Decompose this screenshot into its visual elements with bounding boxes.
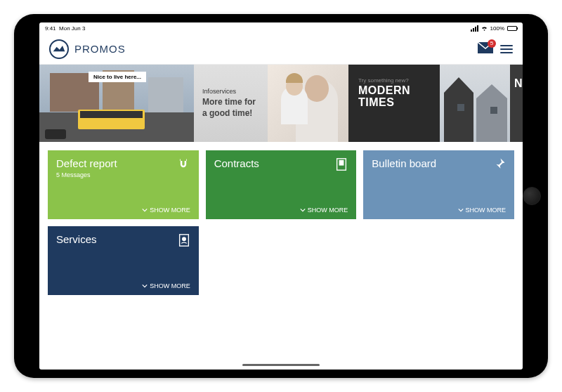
pin-icon [493,157,506,173]
header-actions: 5 [478,42,513,56]
mail-button[interactable]: 5 [478,42,493,56]
show-more-button[interactable]: SHOW MORE [142,282,190,289]
menu-button[interactable] [500,45,513,53]
carousel-item-modern[interactable]: Try something new? MODERNTIMES [348,65,510,142]
tile-title: Bulletin board [372,157,506,169]
battery-icon [507,26,517,31]
home-indicator[interactable] [242,364,320,366]
carousel-item-city[interactable]: Nice to live here... [39,65,194,142]
battery-percent: 100% [490,25,504,32]
tile-subtitle: 5 Messages [56,171,190,178]
svg-point-4 [182,237,185,241]
tile-title: Contracts [214,157,348,169]
carousel-item-infoservices[interactable]: Infoservices More time fora good time! [194,65,348,142]
status-bar: 9:41 Mon Jun 3 100% [39,22,523,34]
wifi-icon [481,26,488,31]
brand-name: PROMOS [74,43,126,55]
brand[interactable]: PROMOS [49,39,126,59]
chevron-down-icon [142,207,148,213]
signal-icon [471,25,478,32]
modern-sub: Try something new? [358,77,410,84]
tile-title: Services [56,233,190,245]
contact-card-icon [178,233,190,250]
carousel[interactable]: Nice to live here... Infoservices More t… [39,65,523,142]
chevron-down-icon [300,207,306,213]
logo-icon [49,39,69,59]
show-more-button[interactable]: SHOW MORE [458,207,507,214]
chevron-down-icon [142,283,148,289]
show-more-button[interactable]: SHOW MORE [300,207,348,214]
tile-contracts[interactable]: Contracts SHOW MORE [206,150,357,219]
home-button[interactable] [523,187,541,205]
svg-rect-2 [340,161,344,165]
header: PROMOS 5 [39,34,523,65]
show-more-button[interactable]: SHOW MORE [142,207,190,214]
status-time: 9:41 [45,25,56,32]
chevron-down-icon [458,207,464,213]
tile-defect-report[interactable]: Defect report 5 Messages SHOW MORE [48,150,199,219]
tablet-frame: 9:41 Mon Jun 3 100% PROMOS 5 [14,14,548,378]
document-icon [335,157,348,174]
status-date: Mon Jun 3 [59,25,85,32]
magnet-icon [176,157,190,174]
tile-services[interactable]: Services SHOW MORE [48,226,199,295]
nice-tag: Nice to live here... [89,72,146,82]
status-right: 100% [471,25,517,32]
tiles-grid: Defect report 5 Messages SHOW MORE Contr… [39,142,523,303]
tile-title: Defect report [56,157,190,169]
mail-badge: 5 [488,39,496,48]
info-label: Infoservices [202,88,236,95]
screen: 9:41 Mon Jun 3 100% PROMOS 5 [39,22,523,370]
status-left: 9:41 Mon Jun 3 [45,25,85,32]
carousel-item-next[interactable]: N [510,65,523,142]
tile-bulletin-board[interactable]: Bulletin board SHOW MORE [363,150,514,219]
